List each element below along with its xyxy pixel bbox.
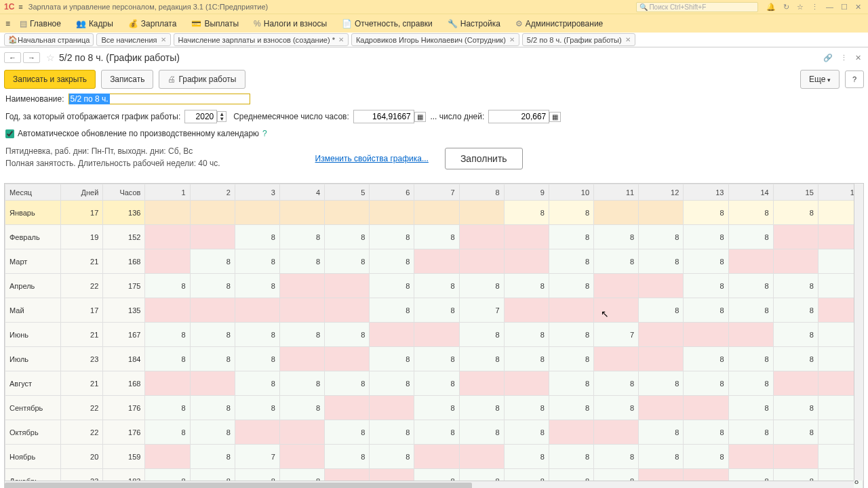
row-Январь[interactable]: Январь17136888888 [5, 201, 863, 225]
cell-day[interactable]: 8 [504, 274, 549, 298]
fill-button[interactable]: Заполнить [445, 148, 523, 169]
cell-month[interactable]: Июль [5, 347, 61, 371]
cell-day[interactable]: 8 [145, 347, 190, 371]
cell-day[interactable] [459, 225, 504, 249]
year-spinner[interactable]: ▲▼ [217, 111, 226, 122]
cell-day[interactable]: 8 [145, 323, 190, 347]
cell-month[interactable]: Сентябрь [5, 396, 61, 420]
col-days[interactable]: Дней [61, 184, 103, 201]
maximize-icon[interactable]: ☐ [841, 3, 848, 11]
cell-day[interactable]: 8 [504, 445, 549, 469]
avg-days-input[interactable] [488, 110, 549, 123]
cell-day[interactable]: 8 [504, 201, 549, 225]
cell-day[interactable] [414, 249, 459, 274]
help-icon[interactable]: ? [262, 129, 267, 138]
cell-day[interactable] [594, 298, 639, 323]
cell-day[interactable]: 8 [549, 249, 593, 274]
cell-month[interactable]: Май [5, 298, 61, 323]
cell-day[interactable] [414, 201, 459, 225]
col-day-15[interactable]: 15 [773, 184, 818, 201]
tab[interactable]: 5/2 по 8 ч. (График работы)✕ [522, 33, 635, 46]
cell-day[interactable]: 8 [325, 225, 370, 249]
row-Июль[interactable]: Июль23184888888888888 [5, 347, 863, 371]
cell-day[interactable] [728, 445, 773, 469]
col-day-5[interactable]: 5 [325, 184, 370, 201]
cell-day[interactable]: 8 [279, 249, 324, 274]
cell-day[interactable]: 8 [145, 420, 190, 445]
cell-day[interactable]: 8 [190, 274, 235, 298]
cell-day[interactable]: 8 [459, 323, 504, 347]
cell-day[interactable]: 8 [549, 323, 593, 347]
year-input[interactable] [184, 110, 217, 123]
cell-day[interactable]: 8 [235, 371, 279, 396]
cell-day[interactable]: 8 [728, 347, 773, 371]
cell-day[interactable]: 8 [728, 298, 773, 323]
auto-update-checkbox[interactable] [5, 129, 14, 138]
cell-day[interactable]: 8 [684, 371, 728, 396]
cell-day[interactable]: 8 [370, 347, 414, 371]
cell-day[interactable] [325, 298, 370, 323]
cell-day[interactable] [279, 420, 324, 445]
cell-day[interactable]: 8 [773, 323, 818, 347]
avg-hours-input[interactable] [353, 110, 414, 123]
col-day-13[interactable]: 13 [684, 184, 728, 201]
cell-day[interactable]: 8 [235, 323, 279, 347]
back-button[interactable]: ← [4, 52, 21, 63]
cell-month[interactable]: Ноябрь [5, 445, 61, 469]
forward-button[interactable]: → [23, 52, 40, 63]
row-Май[interactable]: Май171358878888 [5, 298, 863, 323]
cell-month[interactable]: Февраль [5, 225, 61, 249]
cell-day[interactable] [235, 420, 279, 445]
cell-day[interactable] [370, 323, 414, 347]
cell-day[interactable]: 8 [594, 396, 639, 420]
favorite-icon[interactable]: ☆ [46, 52, 55, 63]
cell-day[interactable]: 8 [279, 323, 324, 347]
cell-day[interactable]: 8 [728, 274, 773, 298]
cell-day[interactable] [370, 396, 414, 420]
cell-day[interactable]: 8 [370, 420, 414, 445]
tab[interactable]: Кадровиков Игорь Николаевич (Сотрудник)✕ [351, 33, 519, 46]
col-day-1[interactable]: 1 [145, 184, 190, 201]
cell-day[interactable] [504, 371, 549, 396]
close-icon[interactable]: ✕ [855, 3, 861, 11]
cell-day[interactable] [279, 201, 324, 225]
cell-day[interactable]: 8 [325, 323, 370, 347]
cell-day[interactable]: 8 [190, 323, 235, 347]
cell-day[interactable] [549, 420, 593, 445]
cell-day[interactable]: 8 [370, 274, 414, 298]
cell-day[interactable] [639, 347, 684, 371]
cell-day[interactable]: 8 [549, 225, 593, 249]
cell-day[interactable]: 8 [279, 396, 324, 420]
cell-day[interactable]: 8 [594, 249, 639, 274]
link-icon[interactable]: 🔗 [823, 54, 833, 62]
star-icon[interactable]: ☆ [797, 3, 804, 11]
cell-day[interactable]: 8 [414, 298, 459, 323]
cell-day[interactable]: 8 [684, 347, 728, 371]
cell-day[interactable] [594, 420, 639, 445]
col-day-9[interactable]: 9 [504, 184, 549, 201]
cell-day[interactable]: 8 [773, 420, 818, 445]
cell-day[interactable]: 8 [504, 396, 549, 420]
cell-day[interactable]: 7 [594, 323, 639, 347]
cell-day[interactable] [594, 347, 639, 371]
row-Ноябрь[interactable]: Ноябрь201598788888888 [5, 445, 863, 469]
menu-Отчетность, справки[interactable]: 📄Отчетность, справки [342, 19, 433, 28]
row-Март[interactable]: Март211688888888888 [5, 249, 863, 274]
row-Октябрь[interactable]: Октябрь22176888888888888 [5, 420, 863, 445]
cell-day[interactable] [235, 201, 279, 225]
cell-day[interactable]: 8 [459, 420, 504, 445]
cell-day[interactable] [459, 249, 504, 274]
cell-day[interactable]: 8 [639, 371, 684, 396]
menu-Налоги и взносы[interactable]: %Налоги и взносы [254, 19, 327, 28]
cell-day[interactable] [190, 201, 235, 225]
col-day-8[interactable]: 8 [459, 184, 504, 201]
cell-month[interactable]: Апрель [5, 274, 61, 298]
cell-day[interactable]: 8 [459, 347, 504, 371]
cell-month[interactable]: Июнь [5, 323, 61, 347]
cell-day[interactable] [728, 249, 773, 274]
cell-day[interactable]: 8 [728, 225, 773, 249]
cell-day[interactable]: 8 [145, 274, 190, 298]
save-close-button[interactable]: Записать и закрыть [4, 70, 96, 89]
cell-day[interactable]: 8 [728, 201, 773, 225]
cell-day[interactable] [684, 396, 728, 420]
